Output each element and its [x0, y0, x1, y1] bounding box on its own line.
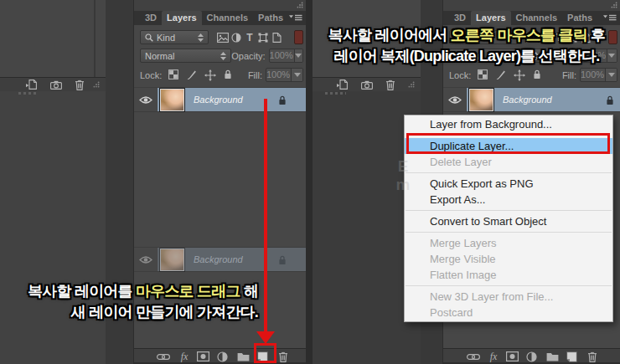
panel-menu-icon[interactable] [603, 14, 617, 21]
delete-state-trash-icon[interactable] [72, 79, 87, 90]
grip-icon[interactable] [89, 79, 104, 90]
layer-row-background-drag-ghost[interactable]: Background [134, 247, 307, 272]
annotation-top-line1: 복사할 레이어에서 오른쪽 마우스를 클릭 후 [313, 25, 620, 46]
lock-pixels-brush-icon[interactable] [495, 69, 506, 81]
layer-style-fx-icon[interactable]: fx [178, 351, 191, 362]
layer-mask-icon[interactable] [196, 351, 209, 362]
adjustment-layer-icon[interactable] [215, 351, 229, 362]
tab-channels[interactable]: Channels [202, 11, 254, 25]
link-layers-icon[interactable] [157, 351, 170, 362]
grip-icon[interactable] [611, 2, 617, 8]
search-icon [145, 33, 153, 42]
layer-thumbnail[interactable] [469, 89, 493, 111]
dropdown-caret-icon[interactable] [605, 69, 617, 81]
layer-name: Background [194, 254, 243, 264]
new-doc-from-state-icon[interactable] [334, 79, 349, 90]
layer-lock-icon [606, 95, 614, 105]
grip-icon[interactable] [404, 79, 419, 90]
opacity-field[interactable]: 100% [269, 49, 303, 63]
blend-mode-dropdown[interactable]: Normal [140, 49, 231, 63]
lock-position-move-icon[interactable] [204, 69, 216, 81]
fill-field[interactable]: 100% [580, 68, 617, 82]
lock-all-icon[interactable] [224, 69, 232, 81]
menu-separator [406, 210, 612, 211]
layer-name: Background [503, 95, 552, 105]
menu-item-flatten-image: Flatten Image [405, 267, 612, 283]
tab-3d[interactable]: 3D [449, 11, 471, 25]
dropdown-updown-icon [220, 52, 226, 60]
tab-paths[interactable]: Paths [562, 11, 597, 25]
panel-divider [94, 0, 96, 77]
history-panel-body [0, 91, 106, 364]
lock-transparency-icon[interactable] [168, 69, 178, 81]
menu-separator [406, 285, 612, 286]
menu-item-quick-export-png[interactable]: Quick Export as PNG [405, 176, 612, 192]
dropdown-caret-icon[interactable] [294, 49, 302, 62]
lock-label: Lock: [140, 70, 162, 80]
tab-paths[interactable]: Paths [253, 11, 288, 25]
smart-object-filter-icon[interactable] [270, 31, 283, 44]
fill-value: 100% [266, 69, 291, 81]
adjustment-layer-icon[interactable] [524, 351, 538, 362]
type-filter-icon[interactable]: T [243, 31, 256, 44]
grip-icon[interactable] [297, 2, 303, 8]
red-highlight-box-duplicate-layer [406, 133, 610, 154]
menu-separator [406, 172, 612, 173]
layer-row-background-selected[interactable]: Background [443, 87, 620, 112]
panel-menu-icon[interactable] [289, 14, 302, 21]
layer-row-body[interactable]: Background [158, 88, 307, 111]
lock-transparency-icon[interactable] [478, 69, 488, 81]
fill-value: 100% [581, 69, 605, 81]
delete-layer-trash-icon[interactable] [276, 351, 290, 362]
snapshot-camera-icon[interactable] [359, 79, 375, 90]
kind-filter-dropdown[interactable]: Kind [140, 30, 209, 44]
delete-state-trash-icon[interactable] [383, 79, 398, 90]
layer-mask-icon[interactable] [505, 351, 519, 362]
dropdown-updown-icon [198, 33, 204, 42]
lock-pixels-brush-icon[interactable] [186, 69, 197, 81]
fill-field[interactable]: 100% [266, 68, 303, 82]
layer-lock-icon [278, 95, 287, 105]
fill-label: Fill: [562, 70, 576, 80]
annotation-top-line2: 레이어 복제(Duplicate Layer)를 선택한다. [313, 46, 620, 67]
layer-row-background-selected[interactable]: Background [134, 87, 307, 112]
new-group-folder-icon[interactable] [236, 351, 250, 362]
new-layer-icon[interactable] [565, 351, 578, 362]
filter-toggle-icon[interactable] [294, 30, 303, 44]
adjustment-filter-icon[interactable] [230, 31, 243, 44]
annotation-bottom-line2: 새 레이어 만들기에 가져간다. [5, 302, 258, 323]
eye-icon[interactable] [443, 88, 468, 111]
layers-toolbar: fx [134, 348, 307, 363]
tab-layers[interactable]: Layers [471, 11, 510, 25]
menu-item-export-as[interactable]: Export As... [405, 192, 612, 208]
layer-name: Background [194, 95, 243, 105]
tab-channels[interactable]: Channels [511, 11, 563, 25]
delete-layer-trash-icon[interactable] [586, 351, 599, 362]
link-layers-icon[interactable] [467, 351, 480, 362]
menu-item-merge-visible: Merge Visible [405, 251, 612, 267]
tab-layers[interactable]: Layers [162, 11, 201, 25]
snapshot-camera-icon[interactable] [49, 79, 64, 90]
annotation-bottom: 복사할 레이어를 마우스로 드래그 해 새 레이어 만들기에 가져간다. [5, 281, 258, 323]
menu-item-layer-from-background[interactable]: Layer from Background... [405, 116, 612, 132]
filter-row: Kind T [140, 30, 303, 44]
kind-filter-label: Kind [157, 33, 175, 43]
new-group-folder-icon[interactable] [545, 351, 559, 362]
photoshop-workspace: 3D Layers Channels Paths Kind T Normal [0, 0, 620, 364]
layer-row-body[interactable]: Background [467, 88, 620, 111]
tab-3d[interactable]: 3D [140, 11, 162, 25]
eye-icon[interactable] [134, 88, 158, 111]
shape-filter-icon[interactable] [256, 31, 270, 44]
lock-position-move-icon[interactable] [514, 69, 525, 81]
red-arrow-head [256, 331, 275, 344]
lock-row: Lock: Fill: 100% [449, 68, 617, 82]
new-doc-from-state-icon[interactable] [23, 79, 39, 90]
layer-thumbnail[interactable] [160, 89, 184, 111]
scroll-dots [325, 92, 346, 95]
menu-item-convert-smart-object[interactable]: Convert to Smart Object [405, 213, 612, 229]
scroll-dots [18, 92, 37, 95]
lock-all-icon[interactable] [533, 69, 541, 81]
layer-style-fx-icon[interactable]: fx [487, 351, 500, 362]
dropdown-caret-icon[interactable] [291, 69, 302, 81]
image-filter-icon[interactable] [216, 31, 230, 44]
